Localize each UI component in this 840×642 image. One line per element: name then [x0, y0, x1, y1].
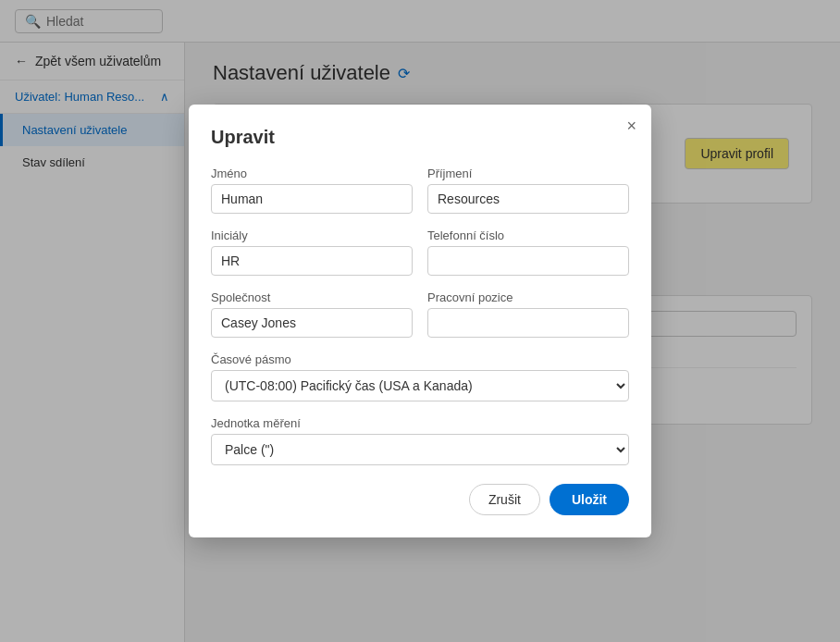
timezone-label: Časové pásmo: [211, 352, 629, 366]
modal-footer: Zrušit Uložit: [211, 484, 629, 515]
form-group-lastname: Příjmení: [427, 167, 629, 214]
phone-input[interactable]: [427, 246, 629, 276]
modal-overlay: Upravit × Jméno Příjmení Iniciály Telefo…: [0, 0, 840, 642]
form-group-company: Společnost: [211, 290, 413, 338]
form-row-name: Jméno Příjmení: [211, 167, 629, 214]
unit-select[interactable]: Palce (") Centimetry (cm): [211, 434, 629, 465]
timezone-select[interactable]: (UTC-08:00) Pacifický čas (USA a Kanada)…: [211, 370, 629, 401]
phone-label: Telefonní číslo: [427, 228, 629, 242]
form-group-unit: Jednotka měření Palce (") Centimetry (cm…: [211, 416, 629, 465]
modal-title: Upravit: [211, 127, 629, 148]
lastname-input[interactable]: [427, 184, 629, 214]
initials-input[interactable]: [211, 246, 413, 276]
form-row-initials-phone: Iniciály Telefonní číslo: [211, 228, 629, 276]
modal-close-button[interactable]: ×: [626, 117, 636, 134]
initials-label: Iniciály: [211, 228, 413, 242]
unit-label: Jednotka měření: [211, 416, 629, 430]
firstname-input[interactable]: [211, 184, 413, 214]
form-group-firstname: Jméno: [211, 167, 413, 214]
position-input[interactable]: [427, 308, 629, 338]
form-group-initials: Iniciály: [211, 228, 413, 276]
form-group-position: Pracovní pozice: [427, 290, 629, 338]
form-group-phone: Telefonní číslo: [427, 228, 629, 276]
company-label: Společnost: [211, 290, 413, 304]
company-input[interactable]: [211, 308, 413, 338]
form-row-company-position: Společnost Pracovní pozice: [211, 290, 629, 338]
position-label: Pracovní pozice: [427, 290, 629, 304]
firstname-label: Jméno: [211, 167, 413, 180]
cancel-button[interactable]: Zrušit: [469, 484, 540, 515]
form-group-timezone: Časové pásmo (UTC-08:00) Pacifický čas (…: [211, 352, 629, 401]
lastname-label: Příjmení: [427, 167, 629, 180]
save-button[interactable]: Uložit: [550, 484, 629, 515]
edit-modal: Upravit × Jméno Příjmení Iniciály Telefo…: [189, 105, 651, 537]
